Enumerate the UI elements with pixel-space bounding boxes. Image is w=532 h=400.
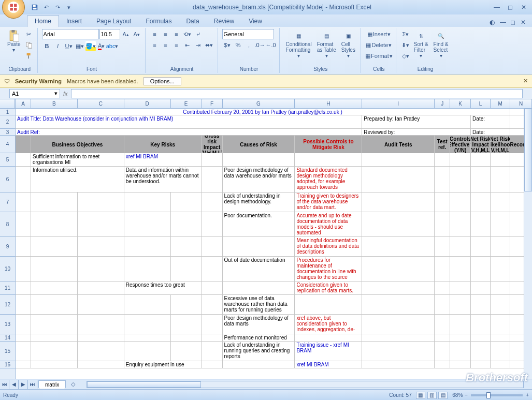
- cell[interactable]: [78, 342, 124, 361]
- undo-icon[interactable]: ↶: [41, 3, 51, 12]
- doc-minimize-icon[interactable]: —: [500, 19, 508, 27]
- cell[interactable]: [31, 334, 78, 342]
- cell[interactable]: [16, 282, 31, 295]
- table-row[interactable]: Contributed February 20, 2001 by Ian Pra…: [16, 109, 532, 115]
- cell[interactable]: [491, 237, 510, 257]
- new-sheet-icon[interactable]: ◇: [68, 379, 78, 390]
- view-normal-icon[interactable]: ▦: [416, 392, 425, 399]
- cell[interactable]: [435, 257, 450, 282]
- vertical-scrollbar[interactable]: [524, 109, 532, 379]
- cell[interactable]: [31, 257, 78, 282]
- tab-nav-last-icon[interactable]: ⏭: [28, 380, 37, 389]
- tab-view[interactable]: View: [241, 16, 269, 27]
- row-header[interactable]: 7: [0, 192, 15, 212]
- table-row[interactable]: Audit Ref:Reviewed by:Date:: [16, 129, 532, 136]
- cell[interactable]: Audit Title: Data Warehouse (consider in…: [16, 115, 362, 129]
- cell[interactable]: [16, 295, 31, 315]
- decrease-indent-icon[interactable]: ⇤: [182, 40, 193, 50]
- cell[interactable]: [16, 361, 31, 368]
- cell[interactable]: [491, 192, 510, 212]
- cell[interactable]: [471, 257, 491, 282]
- horizontal-scrollbar-thumb[interactable]: [87, 381, 201, 388]
- cell[interactable]: [124, 342, 171, 361]
- row-header[interactable]: 4: [0, 136, 15, 153]
- cell[interactable]: [78, 361, 124, 368]
- fill-color-icon[interactable]: 🪣▾: [85, 41, 96, 51]
- cell[interactable]: [78, 315, 124, 334]
- table-row[interactable]: Information utilised.Data and informatio…: [16, 167, 532, 192]
- cell[interactable]: [435, 334, 450, 342]
- cell[interactable]: [171, 257, 202, 282]
- tab-nav-first-icon[interactable]: ⏮: [0, 380, 9, 389]
- cell[interactable]: [78, 192, 124, 212]
- cell-styles-button[interactable]: ▣Cell Styles▾: [339, 29, 357, 60]
- zoom-thumb[interactable]: [486, 392, 491, 398]
- row-header[interactable]: 12: [0, 295, 15, 315]
- insert-cells-button[interactable]: ▦ Insert ▾: [365, 29, 393, 39]
- table-row[interactable]: Sufficient information to meet organisat…: [16, 153, 532, 167]
- cell[interactable]: [450, 192, 471, 212]
- cell[interactable]: [471, 334, 491, 342]
- cell[interactable]: [450, 315, 471, 334]
- row-header[interactable]: 8: [0, 212, 15, 237]
- cell[interactable]: [435, 167, 450, 192]
- cell[interactable]: [450, 361, 471, 368]
- cell[interactable]: [202, 212, 223, 237]
- table-row[interactable]: Out of date documentationProcedures for …: [16, 257, 532, 282]
- cell[interactable]: [31, 237, 78, 257]
- cell[interactable]: [124, 212, 171, 237]
- cell[interactable]: Accurate and up to date documentation of…: [295, 212, 362, 237]
- format-cells-button[interactable]: ▦ Format ▾: [365, 51, 393, 61]
- message-bar-options-button[interactable]: Options...: [143, 77, 181, 85]
- cell[interactable]: [202, 282, 223, 295]
- cell[interactable]: Data and information within warehouse an…: [124, 167, 202, 192]
- cell[interactable]: Audit Tests: [362, 136, 435, 153]
- cell[interactable]: [202, 315, 223, 334]
- cell[interactable]: Test ref.: [435, 136, 450, 153]
- cell[interactable]: [124, 334, 171, 342]
- cell[interactable]: [171, 192, 202, 212]
- table-row[interactable]: Poor design methodology of data martsxre…: [16, 315, 532, 334]
- name-box[interactable]: ▾: [9, 89, 60, 98]
- cell[interactable]: [435, 192, 450, 212]
- cell[interactable]: [435, 295, 450, 315]
- cell[interactable]: [31, 192, 78, 212]
- cell[interactable]: [223, 361, 295, 368]
- cell[interactable]: Out of date documentation: [223, 257, 295, 282]
- bold-button[interactable]: B: [42, 41, 52, 51]
- cell[interactable]: [16, 136, 31, 153]
- cell[interactable]: [471, 282, 491, 295]
- cell[interactable]: [78, 295, 124, 315]
- cell[interactable]: [491, 342, 510, 361]
- cell[interactable]: Meaningful documentation of data definit…: [295, 237, 362, 257]
- find-select-button[interactable]: 🔍Find & Select▾: [432, 29, 451, 60]
- cell[interactable]: [471, 192, 491, 212]
- cell[interactable]: Training given to designers of the data …: [295, 192, 362, 212]
- cell[interactable]: [171, 315, 202, 334]
- table-row[interactable]: Poor documentation.Accurate and up to da…: [16, 212, 532, 237]
- cell[interactable]: [471, 153, 491, 167]
- cell[interactable]: [16, 212, 31, 237]
- cell[interactable]: [471, 295, 491, 315]
- tab-nav-next-icon[interactable]: ▶: [19, 380, 28, 389]
- cell[interactable]: [202, 167, 223, 192]
- cell[interactable]: [202, 192, 223, 212]
- cell[interactable]: [124, 192, 171, 212]
- decrease-decimal-icon[interactable]: ←.0: [266, 40, 276, 50]
- cell[interactable]: [78, 237, 124, 257]
- cell[interactable]: [435, 153, 450, 167]
- cell[interactable]: Net Risk Likelihood (V,H,M,L): [491, 136, 510, 153]
- increase-decimal-icon[interactable]: .0→: [255, 40, 265, 50]
- cell[interactable]: [450, 295, 471, 315]
- cell[interactable]: [491, 212, 510, 237]
- cell[interactable]: Information utilised.: [31, 167, 124, 192]
- row-header[interactable]: 13: [0, 315, 15, 334]
- delete-cells-button[interactable]: ▦ Delete ▾: [365, 40, 393, 50]
- cell[interactable]: [124, 295, 171, 315]
- cell[interactable]: [450, 237, 471, 257]
- percent-icon[interactable]: %: [233, 40, 243, 50]
- cell[interactable]: [362, 192, 435, 212]
- close-icon[interactable]: ✕: [517, 3, 530, 11]
- cell[interactable]: [16, 237, 31, 257]
- underline-button[interactable]: U▾: [64, 41, 74, 51]
